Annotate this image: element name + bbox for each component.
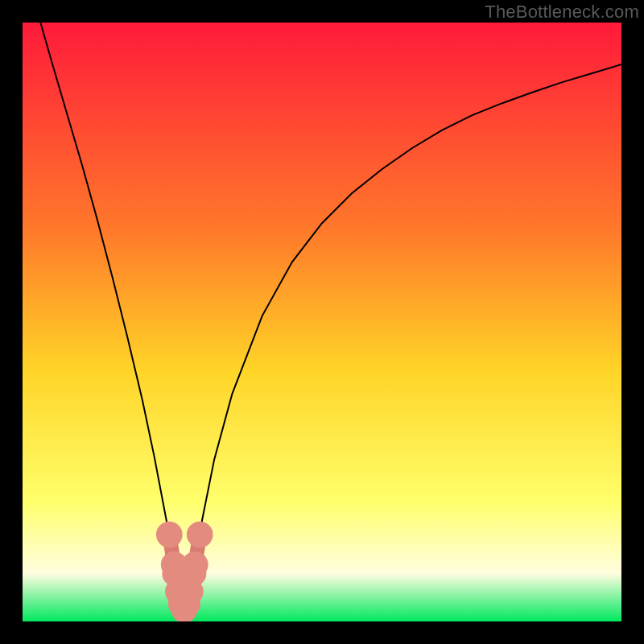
chart-frame: TheBottleneck.com: [0, 0, 644, 644]
plot-area: [23, 23, 621, 621]
background-gradient: [23, 23, 621, 621]
valley-marker: [156, 522, 183, 548]
chart-svg: [23, 23, 621, 621]
valley-marker: [182, 551, 208, 578]
watermark-text: TheBottleneck.com: [485, 2, 639, 23]
valley-marker: [187, 522, 213, 548]
